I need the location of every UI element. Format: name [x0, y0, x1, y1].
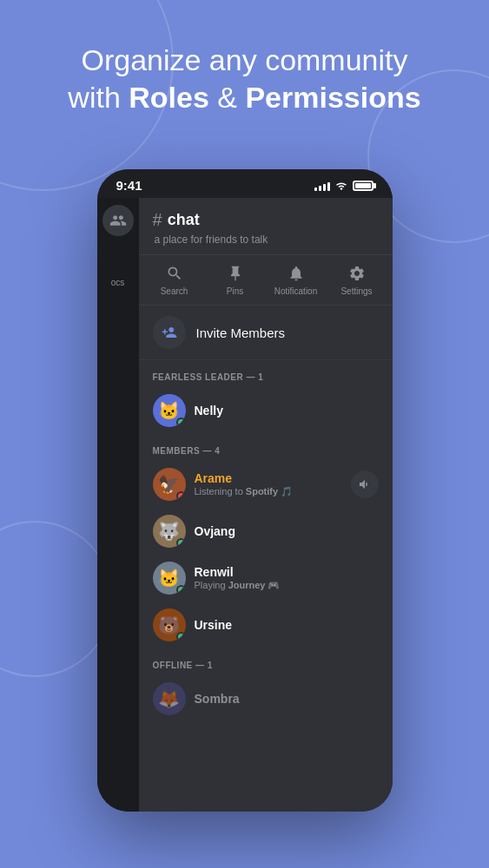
member-activity-arame: Listening to Spotify 🎵 [195, 486, 342, 497]
member-info-renwil: Renwil Playing Journey 🎮 [195, 565, 379, 591]
settings-icon [347, 264, 367, 283]
member-info-ursine: Ursine [195, 618, 379, 632]
member-row-nelly[interactable]: 🐱 Nelly [139, 387, 393, 434]
signal-bar-2 [319, 186, 321, 191]
member-name-ovjang: Ovjang [195, 524, 379, 538]
settings-label: Settings [340, 286, 372, 296]
hero-section: Organize any community with Roles & Perm… [0, 42, 489, 115]
member-name-arame: Arame [195, 471, 342, 485]
member-info-nelly: Nelly [195, 404, 379, 418]
phone-mockup: 9:41 [97, 169, 393, 812]
section-offline: OFFLINE — 1 [139, 648, 393, 675]
side-panel: ocs [97, 198, 139, 812]
status-dot-arame [176, 491, 186, 501]
channel-header: # chat a place for friends to talk [139, 198, 393, 255]
hero-permissions: Permissions [245, 81, 420, 114]
pins-label: Pins [227, 286, 243, 296]
invite-icon [153, 316, 186, 349]
avatar-renwil: 🐱 [153, 562, 186, 595]
toolbar-settings[interactable]: Settings [327, 264, 387, 296]
invite-text: Invite Members [196, 326, 286, 340]
section-members: MEMBERS — 4 [139, 434, 393, 461]
status-bar: 9:41 [97, 169, 393, 198]
side-panel-label: ocs [111, 278, 125, 287]
hero-ampersand: & [209, 81, 246, 114]
member-info-sombra: Sombra [195, 692, 379, 706]
status-dot-renwil [176, 585, 186, 595]
status-dot-ursine [176, 632, 186, 641]
toolbar-search[interactable]: Search [144, 264, 205, 296]
member-name-sombra: Sombra [195, 692, 379, 706]
hero-line1: Organize any community [81, 43, 407, 76]
toolbar-notification[interactable]: Notification [266, 264, 327, 296]
members-icon [109, 212, 127, 229]
member-row-ovjang[interactable]: 🐺 Ovjang [139, 508, 393, 555]
section-fearless-leader: FEARLESS LEADER — 1 [139, 360, 393, 387]
member-name-ursine: Ursine [195, 618, 379, 632]
pins-icon [226, 264, 245, 283]
main-content: # chat a place for friends to talk Searc… [139, 198, 393, 812]
signal-bar-4 [327, 182, 330, 191]
channel-name-row: # chat [153, 210, 379, 230]
member-info-arame: Arame Listening to Spotify 🎵 [195, 471, 342, 497]
status-time: 9:41 [116, 178, 142, 193]
signal-icon [314, 181, 330, 191]
status-dot-nelly [176, 418, 186, 427]
member-info-ovjang: Ovjang [195, 524, 379, 538]
hero-line2-prefix: with [68, 81, 129, 114]
status-icons [314, 181, 373, 191]
notification-icon [287, 264, 306, 283]
member-activity-renwil: Playing Journey 🎮 [195, 580, 379, 591]
search-icon [165, 264, 184, 283]
avatar-ovjang: 🐺 [153, 515, 186, 548]
toolbar: Search Pins [139, 255, 393, 306]
member-name-nelly: Nelly [195, 404, 379, 418]
signal-bar-3 [323, 184, 326, 191]
member-row-sombra[interactable]: 🦊 Sombra [139, 675, 393, 722]
member-row-renwil[interactable]: 🐱 Renwil Playing Journey 🎮 [139, 555, 393, 602]
member-name-renwil: Renwil [195, 565, 379, 579]
channel-description: a place for friends to talk [155, 233, 379, 246]
side-panel-avatar [102, 205, 134, 236]
status-dot-ovjang [176, 538, 186, 548]
phone-content: ocs # chat a place for friends to talk [97, 198, 393, 812]
member-row-arame[interactable]: 🦅 Arame Listening to Spotify 🎵 [139, 461, 393, 508]
channel-name: chat [168, 211, 200, 229]
notification-label: Notification [274, 286, 317, 296]
wifi-icon [334, 181, 348, 191]
search-label: Search [161, 286, 188, 296]
toolbar-pins[interactable]: Pins [205, 264, 266, 296]
speaker-icon-arame[interactable] [351, 470, 379, 498]
avatar-nelly: 🐱 [153, 394, 186, 427]
battery-fill [355, 183, 371, 188]
avatar-arame: 🦅 [153, 468, 186, 501]
signal-bar-1 [314, 187, 317, 191]
battery-icon [353, 181, 373, 191]
invite-row[interactable]: Invite Members [139, 306, 393, 360]
battery-tip [373, 183, 376, 188]
member-row-ursine[interactable]: 🐻 Ursine [139, 602, 393, 648]
hero-roles: Roles [129, 81, 209, 114]
member-list: Invite Members FEARLESS LEADER — 1 🐱 Nel… [139, 306, 393, 812]
channel-hash-symbol: # [153, 210, 162, 230]
deco-circle-3 [0, 521, 113, 677]
phone-frame: 9:41 [97, 169, 393, 812]
avatar-ursine: 🐻 [153, 608, 186, 641]
avatar-sombra: 🦊 [153, 682, 186, 715]
